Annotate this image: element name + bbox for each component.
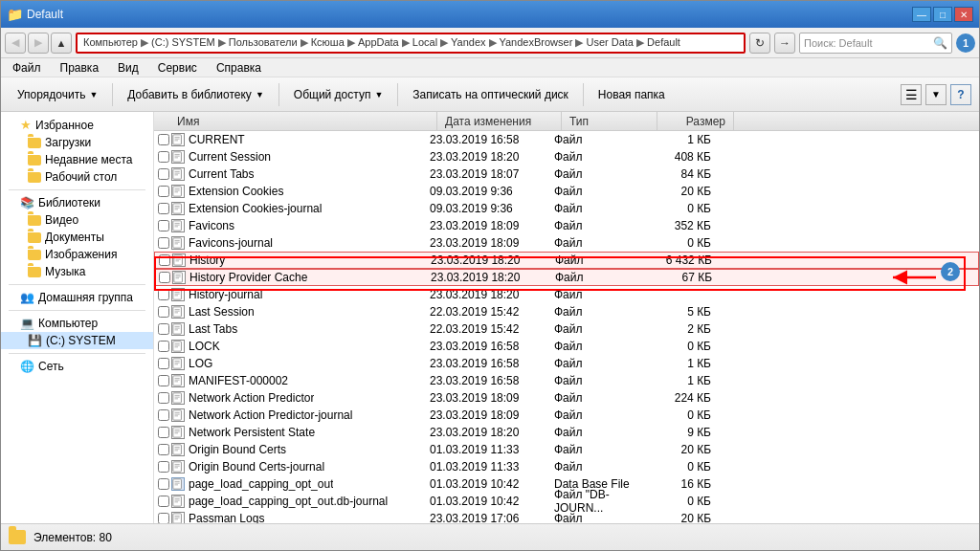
go-button[interactable]: → bbox=[774, 33, 795, 54]
file-type-icon bbox=[171, 391, 185, 405]
organize-button[interactable]: Упорядочить ▼ bbox=[9, 82, 106, 107]
file-checkbox[interactable] bbox=[158, 341, 169, 352]
sidebar-item-recent[interactable]: Недавние места bbox=[1, 151, 153, 168]
refresh-button[interactable]: ↻ bbox=[749, 33, 770, 54]
toolbar: Упорядочить ▼ Добавить в библиотеку ▼ Об… bbox=[1, 77, 979, 112]
table-row[interactable]: MANIFEST-000002 23.03.2019 16:58 Файл 1 … bbox=[154, 372, 979, 389]
file-checkbox[interactable] bbox=[159, 272, 170, 283]
table-row[interactable]: Origin Bound Certs 01.03.2019 11:33 Файл… bbox=[154, 441, 979, 458]
sidebar-item-computer[interactable]: 💻 Компьютер bbox=[1, 315, 153, 332]
type-col-header[interactable]: Тип bbox=[562, 112, 657, 130]
table-row[interactable]: Favicons 23.03.2019 18:09 Файл 352 КБ bbox=[154, 217, 979, 234]
sidebar-item-music[interactable]: Музыка bbox=[1, 263, 153, 280]
file-checkbox[interactable] bbox=[158, 151, 169, 163]
file-checkbox[interactable] bbox=[158, 203, 169, 214]
file-type-icon bbox=[171, 305, 185, 319]
table-row[interactable]: History-journal 23.03.2019 18:20 Файл bbox=[154, 286, 979, 303]
annotation-1: 1 bbox=[956, 33, 975, 53]
sidebar-item-images[interactable]: Изображения bbox=[1, 246, 153, 263]
file-checkbox[interactable] bbox=[158, 289, 169, 300]
file-checkbox[interactable] bbox=[158, 186, 169, 197]
menu-edit[interactable]: Правка bbox=[56, 60, 103, 76]
sidebar-item-network[interactable]: 🌐 Сеть bbox=[1, 358, 153, 375]
file-checkbox[interactable] bbox=[158, 323, 169, 335]
table-row[interactable]: Extension Cookies 09.03.2019 9:36 Файл 2… bbox=[154, 183, 979, 200]
table-row[interactable]: Network Persistent State 23.03.2019 18:2… bbox=[154, 424, 979, 441]
menu-help[interactable]: Справка bbox=[212, 60, 265, 76]
table-row[interactable]: History Provider Cache 23.03.2019 18:20 … bbox=[154, 269, 979, 286]
close-button[interactable]: ✕ bbox=[954, 7, 973, 22]
menu-view[interactable]: Вид bbox=[114, 60, 143, 76]
file-checkbox[interactable] bbox=[158, 237, 169, 249]
table-row[interactable]: Last Session 22.03.2019 15:42 Файл 5 КБ bbox=[154, 303, 979, 320]
table-row[interactable]: Last Tabs 22.03.2019 15:42 Файл 2 КБ bbox=[154, 320, 979, 338]
search-box[interactable]: Поиск: Default 🔍 bbox=[799, 33, 952, 54]
sidebar-item-docs[interactable]: Документы bbox=[1, 229, 153, 246]
file-checkbox[interactable] bbox=[158, 444, 169, 455]
file-checkbox[interactable] bbox=[158, 427, 169, 438]
maximize-button[interactable]: □ bbox=[933, 7, 952, 22]
file-checkbox-cell bbox=[156, 237, 171, 249]
file-checkbox[interactable] bbox=[158, 375, 169, 386]
share-button[interactable]: Общий доступ ▼ bbox=[285, 82, 392, 107]
file-name: Last Session bbox=[189, 305, 255, 319]
sidebar-item-favorites[interactable]: ★ Избранное bbox=[1, 116, 153, 134]
view-list-button[interactable]: ☰ bbox=[901, 84, 922, 105]
file-name: Current Tabs bbox=[189, 167, 254, 181]
table-row[interactable]: Origin Bound Certs-journal 01.03.2019 11… bbox=[154, 458, 979, 475]
table-row[interactable]: Current Tabs 23.03.2019 18:07 Файл 84 КБ bbox=[154, 165, 979, 183]
minimize-button[interactable]: — bbox=[912, 7, 931, 22]
sidebar-item-video[interactable]: Видео bbox=[1, 211, 153, 229]
table-row[interactable]: LOG 23.03.2019 16:58 Файл 1 КБ bbox=[154, 355, 979, 372]
burn-button[interactable]: Записать на оптический диск bbox=[404, 82, 577, 107]
table-row[interactable]: Extension Cookies-journal 09.03.2019 9:3… bbox=[154, 200, 979, 217]
menu-service[interactable]: Сервис bbox=[154, 60, 201, 76]
view-toggle-button[interactable]: ▼ bbox=[925, 84, 947, 105]
table-row[interactable]: Current Session 23.03.2019 18:20 Файл 40… bbox=[154, 148, 979, 165]
file-checkbox[interactable] bbox=[159, 254, 170, 266]
address-bar[interactable]: Компьютер ▶ (C:) SYSTEM ▶ Пользователи ▶… bbox=[76, 33, 746, 54]
back-button[interactable]: ◀ bbox=[5, 33, 26, 54]
name-col-header[interactable]: Имя bbox=[169, 112, 437, 130]
file-checkbox[interactable] bbox=[158, 496, 169, 507]
table-row[interactable]: Favicons-journal 23.03.2019 18:09 Файл 0… bbox=[154, 234, 979, 252]
forward-button[interactable]: ▶ bbox=[28, 33, 49, 54]
file-checkbox[interactable] bbox=[158, 461, 169, 473]
sidebar-item-downloads[interactable]: Загрузки bbox=[1, 134, 153, 151]
table-row[interactable]: LOCK 23.03.2019 16:58 Файл 0 КБ bbox=[154, 338, 979, 355]
file-checkbox[interactable] bbox=[158, 358, 169, 369]
file-checkbox[interactable] bbox=[158, 392, 169, 404]
new-folder-button[interactable]: Новая папка bbox=[590, 82, 674, 107]
file-checkbox[interactable] bbox=[158, 134, 169, 145]
size-col-header[interactable]: Размер bbox=[657, 112, 734, 130]
file-checkbox[interactable] bbox=[158, 513, 169, 523]
file-size: 5 КБ bbox=[642, 305, 719, 319]
file-checkbox[interactable] bbox=[158, 306, 169, 318]
date-col-header[interactable]: Дата изменения bbox=[437, 112, 562, 130]
sidebar-item-desktop[interactable]: Рабочий стол bbox=[1, 168, 153, 186]
sidebar-item-drive-c[interactable]: 💾 (C:) SYSTEM bbox=[1, 332, 153, 349]
add-library-button[interactable]: Добавить в библиотеку ▼ bbox=[119, 82, 272, 107]
file-checkbox[interactable] bbox=[158, 220, 169, 231]
file-checkbox-cell bbox=[156, 289, 171, 300]
up-button[interactable]: ▲ bbox=[51, 33, 72, 54]
file-checkbox[interactable] bbox=[158, 168, 169, 180]
folder-icon bbox=[28, 172, 41, 183]
sidebar-item-homegroup[interactable]: 👥 Домашняя группа bbox=[1, 289, 153, 306]
table-row[interactable]: page_load_capping_opt_out.db-journal 01.… bbox=[154, 493, 979, 510]
menu-file[interactable]: Файл bbox=[9, 60, 45, 76]
file-size: 84 КБ bbox=[642, 167, 719, 181]
table-row[interactable]: Network Action Predictor-journal 23.03.2… bbox=[154, 407, 979, 424]
file-checkbox[interactable] bbox=[158, 409, 169, 421]
table-row[interactable]: CURRENT 23.03.2019 16:58 Файл 1 КБ bbox=[154, 131, 979, 148]
help-button[interactable]: ? bbox=[950, 84, 971, 105]
table-row[interactable]: History 23.03.2019 18:20 Файл 6 432 КБ bbox=[154, 252, 979, 269]
sidebar-item-libraries[interactable]: 📚 Библиотеки bbox=[1, 194, 153, 211]
file-size: 67 КБ bbox=[643, 271, 720, 284]
address-path: Компьютер ▶ (C:) SYSTEM ▶ Пользователи ▶… bbox=[83, 36, 680, 49]
table-row[interactable]: Network Action Predictor 23.03.2019 18:0… bbox=[154, 389, 979, 407]
file-checkbox[interactable] bbox=[158, 478, 169, 490]
file-size: 2 КБ bbox=[642, 322, 719, 336]
table-row[interactable]: Passman Logs 23.03.2019 17:06 Файл 20 КБ bbox=[154, 510, 979, 523]
svg-rect-48 bbox=[173, 342, 182, 351]
